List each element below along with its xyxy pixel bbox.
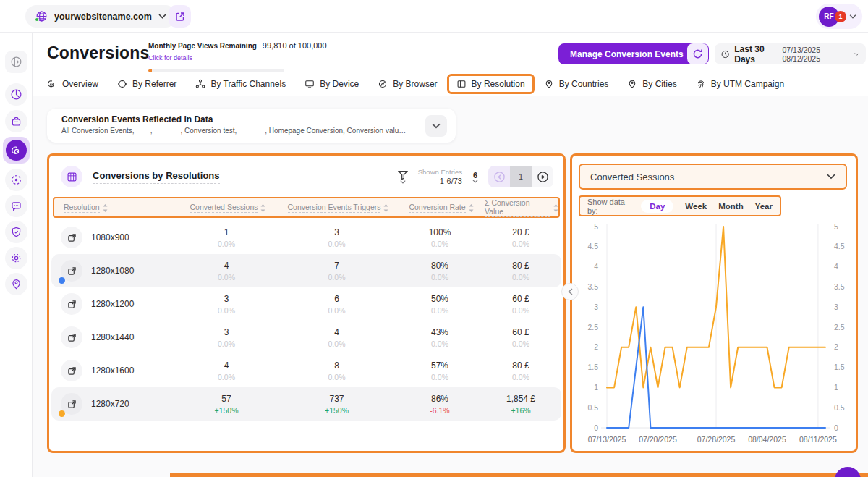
bag-icon [10,115,22,127]
tab-label: By Cities [642,79,676,89]
period-week-button[interactable]: Week [685,202,707,211]
tab-overview[interactable]: Overview [47,79,98,89]
tab-label: By Device [320,79,359,89]
table-row[interactable]: 1280x1200 30.0% 60.0% 50%0.0% 60 £0.0% [51,287,561,321]
period-month-button[interactable]: Month [718,202,743,211]
sidebar-item-locations[interactable] [5,273,27,295]
tab-by-countries[interactable]: By Countries [544,79,609,89]
svg-text:0.5: 0.5 [587,403,598,412]
filter-button[interactable] [398,170,408,184]
svg-text:08/11/2025: 08/11/2025 [799,435,837,444]
tab-by-device[interactable]: By Device [305,79,359,89]
svg-text:2: 2 [834,342,838,351]
resolution-label: 1280x1600 [91,366,134,376]
conversions-icon [6,140,27,161]
table-row[interactable]: 1280x1440 30.0% 40.0% 43%0.0% 60 £0.0% [51,321,561,354]
page-size-select[interactable]: 6 [472,171,478,183]
sidebar-item-conversions[interactable] [3,137,30,164]
metric-select-value: Converted Sessions [590,172,674,182]
conversions-line-chart: 07/13/202507/20/202507/28/202508/04/2025… [574,219,859,452]
period-day-button[interactable]: Day [641,200,673,213]
refresh-button[interactable] [687,43,708,64]
chevron-left-icon [568,288,573,295]
period-year-button[interactable]: Year [755,202,773,211]
sidebar-item-goals[interactable] [5,169,27,191]
tab-by-cities[interactable]: By Cities [627,79,676,89]
report-tabs: Overview By Referrer By Traffic Channels… [47,72,784,96]
svg-text:4: 4 [594,262,598,271]
open-resolution-icon[interactable] [61,326,82,348]
metric-select[interactable]: Converted Sessions [579,164,847,190]
table-row[interactable]: 1280x720 57+150% 737+150% 86%-6.1% 1,854… [51,387,561,421]
panel-collapse-handle[interactable] [561,283,579,300]
date-range-picker[interactable]: Last 30 Days 07/13/2025 - 08/12/2025 [715,43,866,64]
tab-by-traffic-channels[interactable]: By Traffic Channels [195,79,286,89]
person-pin-icon [10,278,22,290]
resolution-label: 1280x1440 [91,332,134,342]
tab-by-browser[interactable]: By Browser [378,79,437,89]
resolution-label: 1280x1200 [91,299,134,309]
chevron-down-icon [400,180,406,184]
sidebar-item-security[interactable] [5,221,27,243]
sidebar-item-orders[interactable] [5,110,27,132]
external-link-icon [175,12,185,22]
svg-text:5: 5 [834,222,838,231]
sort-icon [383,204,388,212]
funnel-icon [398,170,408,180]
events-filter-expand-button[interactable] [425,115,447,137]
next-page-button[interactable] [532,166,553,187]
site-selector[interactable]: yourwebsitename.com [25,5,176,28]
table-row[interactable]: 1280x1600 40.0% 80.0% 57%0.0% 80 £0.0% [51,354,561,387]
open-resolution-icon[interactable] [61,260,82,282]
sidebar-collapse-button[interactable] [5,51,27,73]
quota-details-link[interactable]: Click for details [148,54,192,62]
channels-icon [195,79,205,89]
table-row[interactable]: 1280x1080 40.0% 70.0% 80%0.0% 80 £0.0% [51,254,561,287]
chevron-down-icon [158,14,166,19]
open-resolution-icon[interactable] [61,293,82,315]
svg-text:5: 5 [594,222,598,231]
tab-by-utm-campaign[interactable]: By UTM Campaign [696,79,784,89]
chevron-down-icon [854,52,859,56]
site-name: yourwebsitename.com [54,12,152,22]
quota-value: 99,810 of 100,000 [263,41,327,50]
svg-text:07/28/2025: 07/28/2025 [697,435,736,444]
sort-icon [103,204,108,212]
tab-by-referrer[interactable]: By Referrer [117,79,176,89]
column-header-converted-sessions[interactable]: Converted Sessions [177,203,278,213]
svg-text:07/20/2025: 07/20/2025 [639,435,677,444]
manage-conversion-events-button[interactable]: Manage Conversion Events [558,43,709,64]
quota-widget: Monthly Page Views Remaining 99,810 of 1… [148,41,286,72]
chevron-down-icon [432,123,441,129]
tab-label: By Resolution [472,79,525,89]
column-header-resolution[interactable]: Resolution [54,203,177,213]
sidebar-item-settings[interactable] [5,247,27,269]
shown-entries-value: 1-6/73 [418,177,462,185]
resolution-icon [456,79,467,89]
table-header-row: Resolution Converted Sessions Conversion… [53,197,560,218]
open-resolution-icon[interactable] [61,227,82,248]
open-site-button[interactable] [169,5,191,28]
sort-icon [469,204,474,212]
show-data-by-toggle: Show data by: Day Week Month Year [579,195,781,216]
account-menu[interactable]: RF 1 [816,4,862,29]
table-title: Conversions by Resolutions [93,170,220,184]
column-header-conversion-rate[interactable]: Conversion Rate [398,203,485,213]
svg-text:07/13/2025: 07/13/2025 [588,435,626,444]
utm-fingerprint-icon [696,79,706,89]
chat-widget-button[interactable] [835,467,861,477]
open-resolution-icon[interactable] [61,393,82,415]
sidebar-item-analytics[interactable] [5,83,27,106]
open-resolution-icon[interactable] [61,360,82,381]
tab-by-resolution[interactable]: By Resolution [456,79,525,89]
column-header-conversion-value[interactable]: Σ Conversion Value [485,198,558,217]
arrow-right-circle-icon [537,171,549,183]
prev-page-button[interactable] [488,166,510,187]
refresh-icon [692,48,703,59]
svg-text:0.5: 0.5 [834,403,845,412]
table-row[interactable]: 1080x900 10.0% 30.0% 100%0.0% 20 £0.0% [51,221,561,254]
sort-icon [260,204,265,212]
table-icon [61,166,82,187]
column-header-conversion-events-triggers[interactable]: Conversion Events Triggers [278,203,398,213]
sidebar-item-messages[interactable] [5,195,27,217]
